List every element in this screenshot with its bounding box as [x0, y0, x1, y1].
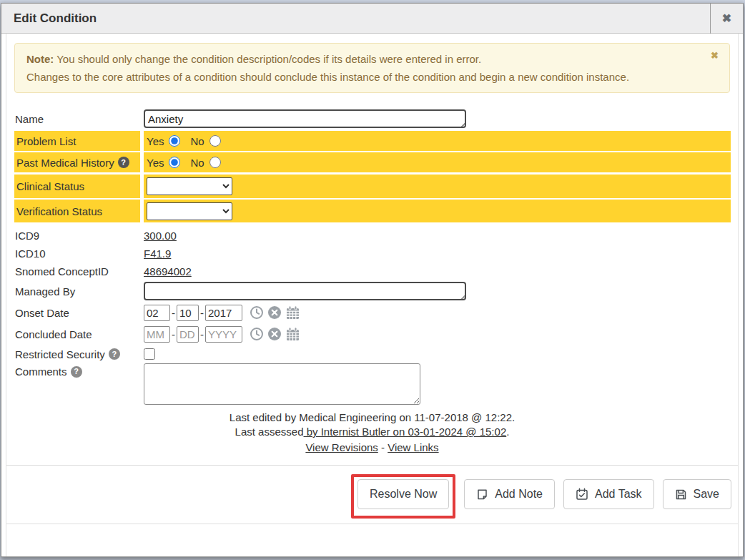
- icd10-label: ICD10: [14, 247, 140, 260]
- resolve-now-button[interactable]: Resolve Now: [357, 479, 449, 509]
- bottom-divider: [6, 524, 738, 524]
- clinical-status-row: Clinical Status: [14, 175, 731, 198]
- name-row: Name: [14, 108, 731, 129]
- pmh-yes-label: Yes: [147, 157, 164, 169]
- add-task-button[interactable]: Add Task: [563, 479, 654, 509]
- verification-status-select[interactable]: [147, 202, 232, 220]
- restricted-security-label: Restricted Security: [15, 348, 105, 360]
- verification-status-label: Verification Status: [14, 200, 140, 222]
- close-icon: ✖: [722, 11, 731, 25]
- save-label: Save: [694, 488, 719, 501]
- snomed-row: Snomed ConceptID 48694002: [14, 262, 731, 280]
- restricted-security-checkbox[interactable]: [144, 348, 155, 360]
- clear-date-icon[interactable]: [267, 327, 282, 341]
- dialog-titlebar: Edit Condition ✖: [1, 4, 743, 34]
- resolve-now-label: Resolve Now: [370, 488, 437, 501]
- onset-day-input[interactable]: [177, 305, 199, 321]
- pmh-no-radio[interactable]: [209, 157, 221, 168]
- icd9-link[interactable]: 300.00: [144, 230, 177, 242]
- help-icon[interactable]: ?: [109, 348, 120, 360]
- dialog-close-button[interactable]: ✖: [710, 4, 743, 34]
- calendar-icon[interactable]: [285, 305, 300, 320]
- past-medical-history-label: Past Medical History: [16, 157, 114, 169]
- problem-list-label: Problem List: [14, 131, 140, 151]
- icd9-label: ICD9: [14, 230, 140, 242]
- clear-date-icon[interactable]: [267, 305, 282, 320]
- calendar-icon[interactable]: [285, 327, 300, 341]
- dialog-title: Edit Condition: [14, 11, 97, 26]
- concluded-month-input[interactable]: [144, 326, 170, 343]
- annotation-highlight: Resolve Now: [351, 474, 455, 519]
- problem-list-no-label: No: [190, 135, 204, 147]
- managed-by-row: Managed By: [14, 280, 731, 302]
- view-links-link[interactable]: View Links: [388, 441, 438, 453]
- note-icon: [476, 488, 488, 501]
- button-row: Resolve Now Add Note Add Task Save: [6, 466, 738, 524]
- onset-date-row: Onset Date - -: [14, 302, 731, 323]
- snomed-label: Snomed ConceptID: [14, 265, 140, 277]
- clock-icon[interactable]: [250, 327, 264, 341]
- icd10-row: ICD10 F41.9: [14, 245, 731, 262]
- icd9-row: ICD9 300.00: [14, 227, 731, 245]
- add-note-button[interactable]: Add Note: [464, 479, 555, 509]
- concluded-date-row: Concluded Date - -: [14, 323, 731, 345]
- icd10-link[interactable]: F41.9: [144, 247, 171, 260]
- edit-condition-dialog: Edit Condition ✖ Note: You should only c…: [1, 3, 744, 557]
- verification-status-row: Verification Status: [14, 200, 731, 222]
- pmh-no-label: No: [190, 157, 204, 169]
- comments-row: Comments ?: [14, 363, 731, 408]
- help-icon[interactable]: ?: [71, 366, 82, 378]
- last-edited-text: Last edited by Medical Engineering on 11…: [6, 411, 738, 425]
- managed-by-label: Managed By: [14, 285, 140, 298]
- onset-year-input[interactable]: [205, 305, 242, 321]
- clinical-status-select[interactable]: [147, 177, 232, 195]
- onset-month-input[interactable]: [144, 305, 170, 321]
- concluded-year-input[interactable]: [205, 326, 242, 343]
- name-input[interactable]: [144, 109, 466, 128]
- comments-label: Comments: [15, 365, 67, 378]
- dialog-body: Note: You should only change the conditi…: [6, 34, 739, 556]
- banner-note-prefix: Note:: [26, 53, 54, 65]
- task-icon: [576, 488, 588, 501]
- save-button[interactable]: Save: [663, 479, 731, 509]
- banner-line2: Changes to the core attributes of a cond…: [26, 68, 696, 86]
- snomed-link[interactable]: 48694002: [144, 265, 192, 277]
- problem-list-yes-radio[interactable]: [169, 135, 180, 147]
- clinical-status-label: Clinical Status: [14, 175, 140, 198]
- revision-links: View Revisions - View Links: [6, 439, 738, 456]
- banner-close-button[interactable]: ✖: [711, 51, 719, 61]
- last-assessed-link[interactable]: by Internist Butler on 03-01-2024 @ 15:0…: [303, 426, 506, 438]
- problem-list-no-radio[interactable]: [209, 135, 221, 147]
- restricted-security-row: Restricted Security ?: [14, 345, 731, 363]
- problem-list-row: Problem List Yes No: [14, 131, 731, 151]
- save-icon: [675, 488, 687, 501]
- add-task-label: Add Task: [595, 488, 642, 501]
- help-icon[interactable]: ?: [118, 157, 129, 168]
- pmh-yes-radio[interactable]: [169, 157, 180, 168]
- managed-by-input[interactable]: [144, 282, 466, 300]
- past-medical-history-row: Past Medical History ? Yes No: [14, 152, 731, 172]
- onset-date-label: Onset Date: [14, 307, 140, 319]
- clock-icon[interactable]: [250, 305, 264, 320]
- comments-textarea[interactable]: [144, 363, 420, 405]
- add-note-label: Add Note: [495, 488, 543, 501]
- name-label: Name: [14, 113, 140, 125]
- problem-list-yes-label: Yes: [147, 135, 164, 147]
- warning-banner: Note: You should only change the conditi…: [14, 43, 730, 93]
- last-assessed-text: Last assessed by Internist Butler on 03-…: [6, 425, 738, 439]
- view-revisions-link[interactable]: View Revisions: [305, 441, 378, 453]
- banner-close-icon: ✖: [711, 50, 719, 61]
- banner-line1: Note: You should only change the conditi…: [26, 50, 696, 68]
- concluded-day-input[interactable]: [177, 326, 199, 343]
- concluded-date-label: Concluded Date: [14, 328, 140, 340]
